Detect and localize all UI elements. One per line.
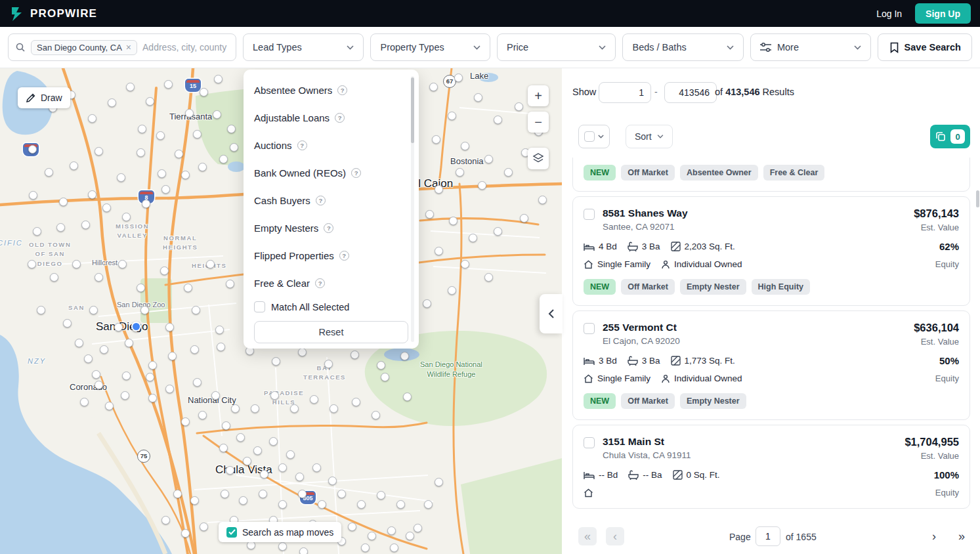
- property-marker[interactable]: [231, 404, 240, 413]
- property-marker[interactable]: [122, 213, 131, 221]
- property-marker[interactable]: [474, 93, 482, 102]
- selected-property-marker[interactable]: [131, 322, 141, 331]
- property-marker[interactable]: [298, 348, 307, 356]
- property-marker[interactable]: [348, 522, 356, 531]
- property-marker[interactable]: [28, 260, 36, 268]
- property-marker[interactable]: [200, 522, 208, 531]
- property-marker[interactable]: [213, 110, 221, 119]
- property-marker[interactable]: [494, 116, 502, 124]
- property-marker[interactable]: [310, 395, 318, 404]
- property-marker[interactable]: [56, 223, 65, 232]
- property-card[interactable]: 255 Vermont Ct El Cajon, CA 92020 $636,1…: [572, 310, 970, 420]
- property-marker[interactable]: [299, 547, 308, 554]
- property-marker[interactable]: [193, 130, 202, 138]
- property-marker[interactable]: [414, 524, 422, 532]
- help-icon[interactable]: [297, 140, 307, 150]
- property-marker[interactable]: [222, 421, 230, 430]
- property-marker[interactable]: [168, 352, 177, 360]
- property-marker[interactable]: [449, 217, 458, 225]
- property-marker[interactable]: [259, 490, 267, 498]
- property-marker[interactable]: [368, 532, 376, 540]
- help-icon[interactable]: [315, 278, 325, 288]
- map-layers-button[interactable]: [528, 148, 549, 169]
- property-marker[interactable]: [80, 398, 89, 406]
- previous-page-button[interactable]: ‹: [606, 527, 624, 545]
- property-marker[interactable]: [298, 490, 307, 498]
- property-marker[interactable]: [226, 466, 234, 475]
- property-marker[interactable]: [200, 88, 208, 96]
- property-marker[interactable]: [184, 284, 192, 292]
- property-marker[interactable]: [295, 473, 304, 481]
- property-marker[interactable]: [318, 500, 326, 509]
- property-marker[interactable]: [272, 357, 280, 366]
- property-marker[interactable]: [121, 391, 129, 400]
- property-marker[interactable]: [461, 142, 469, 150]
- property-card-partial[interactable]: NEWOff MarketAbsentee OwnerFree & Clear: [572, 158, 970, 192]
- property-marker[interactable]: [206, 260, 215, 268]
- filter-lead-types[interactable]: Lead Types: [243, 33, 364, 61]
- property-marker[interactable]: [330, 404, 338, 413]
- lead-type-option-absentee-owners[interactable]: Absentee Owners: [244, 76, 419, 104]
- unchecked-checkbox-icon[interactable]: [584, 131, 595, 142]
- property-marker[interactable]: [75, 339, 83, 347]
- property-marker[interactable]: [215, 326, 224, 334]
- property-marker[interactable]: [137, 284, 145, 292]
- location-search-box[interactable]: San Diego County, CA ×: [8, 33, 236, 61]
- property-marker[interactable]: [243, 457, 251, 465]
- property-card[interactable]: 3151 Main St Chula Vista, CA 91911 $1,70…: [572, 425, 970, 509]
- help-icon[interactable]: [351, 168, 361, 178]
- property-marker[interactable]: [269, 437, 278, 446]
- panel-scrollbar-thumb[interactable]: [411, 77, 414, 143]
- property-marker[interactable]: [72, 260, 81, 268]
- property-marker[interactable]: [406, 532, 414, 540]
- lead-type-option-flipped-properties[interactable]: Flipped Properties: [244, 242, 419, 269]
- property-marker[interactable]: [122, 372, 131, 380]
- property-marker[interactable]: [175, 150, 183, 158]
- property-marker[interactable]: [37, 306, 45, 314]
- property-marker[interactable]: [538, 196, 547, 204]
- property-marker[interactable]: [377, 491, 385, 500]
- property-marker[interactable]: [211, 391, 220, 400]
- property-marker[interactable]: [390, 543, 398, 552]
- lead-type-option-auctions[interactable]: Auctions: [244, 131, 419, 159]
- property-marker[interactable]: [484, 273, 493, 282]
- property-address[interactable]: 3151 Main St: [603, 436, 905, 448]
- property-marker[interactable]: [221, 490, 229, 498]
- property-marker[interactable]: [192, 306, 200, 314]
- property-marker[interactable]: [387, 526, 396, 535]
- property-marker[interactable]: [108, 98, 116, 107]
- property-marker[interactable]: [469, 234, 477, 242]
- property-marker[interactable]: [100, 345, 108, 354]
- property-marker[interactable]: [29, 191, 37, 200]
- property-marker[interactable]: [142, 200, 150, 208]
- property-marker[interactable]: [425, 210, 434, 219]
- help-icon[interactable]: [316, 196, 326, 205]
- filter-more[interactable]: More: [750, 33, 871, 61]
- property-card[interactable]: 8581 Shanes Way Santee, CA 92071 $876,14…: [572, 196, 970, 306]
- property-marker[interactable]: [515, 102, 523, 111]
- filter-price[interactable]: Price: [497, 33, 616, 61]
- property-marker[interactable]: [520, 214, 528, 223]
- property-marker[interactable]: [181, 171, 190, 179]
- property-marker[interactable]: [432, 135, 440, 144]
- match-all-selected-toggle[interactable]: Match All Selected: [244, 297, 419, 320]
- property-marker[interactable]: [357, 500, 366, 509]
- property-marker[interactable]: [251, 404, 259, 413]
- lead-type-option-empty-nesters[interactable]: Empty Nesters: [244, 214, 419, 242]
- sort-dropdown[interactable]: Sort: [626, 125, 673, 148]
- property-marker[interactable]: [95, 381, 103, 389]
- property-marker[interactable]: [95, 147, 103, 156]
- property-marker[interactable]: [81, 221, 90, 229]
- property-marker[interactable]: [351, 351, 359, 359]
- property-marker[interactable]: [173, 490, 182, 498]
- property-marker[interactable]: [148, 394, 157, 402]
- property-marker[interactable]: [181, 529, 190, 538]
- select-all-dropdown[interactable]: [578, 125, 610, 148]
- property-marker[interactable]: [185, 109, 194, 117]
- location-chip[interactable]: San Diego County, CA ×: [31, 40, 137, 55]
- help-icon[interactable]: [337, 85, 347, 95]
- property-marker[interactable]: [456, 168, 464, 177]
- property-address[interactable]: 255 Vermont Ct: [603, 322, 914, 333]
- property-marker[interactable]: [278, 463, 287, 472]
- property-marker[interactable]: [63, 319, 72, 328]
